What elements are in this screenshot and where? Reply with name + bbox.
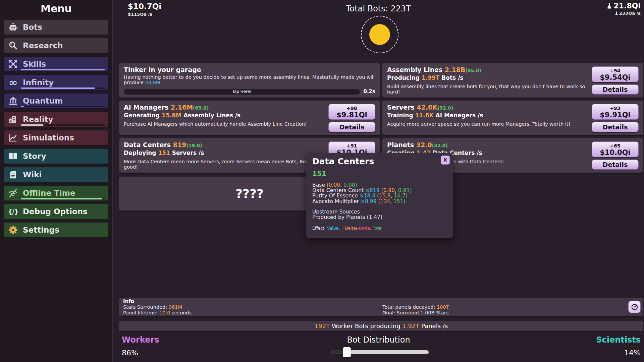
simulations-icon	[7, 132, 19, 143]
ai-managers-details-button[interactable]: Details	[328, 122, 375, 132]
card-description: Acquire more server space so you can run…	[387, 121, 588, 127]
buy-planets-button[interactable]: +65$10.0Qi	[592, 141, 639, 157]
infinity-progress-fill	[21, 87, 95, 89]
popup-legend: Effect, Value, +Delta/-Delta, Total	[312, 226, 447, 231]
sidebar-item-reality[interactable]: Reality	[3, 111, 109, 127]
sidebar-item-label: Reality	[23, 115, 53, 124]
close-icon[interactable]: X	[441, 156, 450, 165]
scientists-label: Scientists	[596, 335, 641, 345]
servers-card: Servers 42.0K(32.0) Training 11.6K AI Ma…	[382, 101, 643, 135]
effect-row: Purity Of Essence ×18.4 (15.8, 16.7)	[312, 193, 447, 198]
servers-details-button[interactable]: Details	[592, 122, 639, 132]
sun-icon	[369, 24, 390, 45]
bot-distribution-title: Bot Distribution	[113, 335, 644, 345]
workers-label: Workers	[122, 335, 159, 345]
quantum-icon	[7, 95, 19, 107]
popup-title: Data Centers	[312, 157, 447, 166]
sidebar-item-research[interactable]: Research	[3, 38, 109, 54]
gear-icon	[7, 224, 19, 236]
sidebar-item-quantum[interactable]: Quantum	[3, 93, 109, 109]
tap-here-button[interactable]: Tap Here!	[124, 89, 360, 95]
sidebar-item-offline-time[interactable]: Offline Time	[3, 185, 109, 201]
wifi-off-icon	[7, 187, 19, 199]
quantum-progress-fill	[21, 106, 24, 107]
code-braces-icon: {/}	[7, 206, 19, 217]
assembly-lines-card: Assembly Lines 2.18B(95.0) Producing 1.9…	[382, 63, 643, 98]
game-root: Menu Bots Research Skills	[0, 0, 644, 362]
tinker-produce-value: 43.6M	[145, 80, 160, 85]
panel-lifetime: Panel lifetime: 10.0 seconds	[123, 310, 639, 316]
sidebar: Menu Bots Research Skills	[0, 0, 113, 362]
tap-row: Tap Here! 0.2s	[124, 88, 375, 95]
sidebar-item-label: Quantum	[23, 97, 63, 105]
reality-icon	[7, 114, 19, 125]
sidebar-item-settings[interactable]: Settings	[3, 222, 109, 238]
infinity-progress-track	[21, 87, 105, 89]
skills-progress-track	[21, 69, 105, 70]
infinity-icon: ∞	[7, 77, 19, 88]
sidebar-nav: Bots Research Skills ∞ Infinity	[0, 14, 112, 238]
reality-progress-track	[21, 124, 105, 126]
popup-effect-rows: Base (0.00, 0.00) Data Centers Count ×81…	[312, 182, 447, 204]
sidebar-item-debug-options[interactable]: {/} Debug Options	[3, 203, 109, 220]
effect-row: Base (0.00, 0.00)	[312, 182, 447, 188]
gauge-icon	[631, 303, 639, 311]
gauge-button[interactable]	[628, 301, 641, 313]
sidebar-item-label: Debug Options	[23, 207, 88, 216]
tinker-card: Tinker in your garage Having nothing bet…	[119, 63, 380, 98]
effect-row: Data Centers Count ×819 (0.90, 0.91)	[312, 188, 447, 193]
sidebar-item-skills[interactable]: Skills	[3, 56, 109, 72]
sidebar-item-label: Bots	[23, 23, 42, 32]
sidebar-item-infinity[interactable]: ∞ Infinity	[3, 74, 109, 90]
buy-ai-managers-button[interactable]: +98$9.81Qi	[328, 104, 375, 120]
sidebar-item-bots[interactable]: Bots	[3, 19, 109, 35]
assembly-lines-details-button[interactable]: Details	[592, 84, 639, 95]
card-description: More Data Centers mean more Servers, mor…	[124, 159, 325, 170]
popup-upstream: Upstream Sources Produced by Planets (1.…	[312, 209, 447, 220]
sidebar-item-label: Offline Time	[23, 189, 75, 197]
stars-surrounded: Stars Surrounded: 961M	[123, 304, 639, 310]
planets-details-button[interactable]: Details	[592, 160, 639, 170]
ai-managers-card: AI Managers 2.16M(65.0) Generating 15.6M…	[119, 101, 380, 135]
research-icon	[7, 40, 19, 51]
flask-icon	[606, 3, 612, 9]
upstream-line: Produced by Planets (1.47)	[312, 215, 447, 220]
sun-clicker[interactable]	[361, 16, 398, 53]
skills-progress-fill	[21, 69, 105, 70]
flask-small-icon	[615, 11, 618, 15]
slider-thumb[interactable]	[343, 347, 351, 357]
skills-icon	[7, 58, 19, 70]
offline-progress-fill	[21, 198, 102, 199]
sidebar-item-simulations[interactable]: Simulations	[3, 130, 109, 146]
goal-line: Goal: Surround 1.00B Stars	[382, 310, 449, 316]
sidebar-item-label: Skills	[23, 60, 46, 68]
tinker-description: Having nothing better to do you decide t…	[124, 74, 375, 85]
science-rate: 233Qa /s	[619, 11, 641, 16]
tap-timer: 0.2s	[363, 88, 375, 95]
card-description: Build assembly lines that create bots fo…	[387, 84, 588, 95]
buy-servers-button[interactable]: +93$9.91Qi	[592, 104, 639, 120]
data-centers-detail-popup: Data Centers X 151 Base (0.00, 0.00) Dat…	[306, 153, 453, 238]
quantum-progress-track	[21, 106, 105, 107]
info-right-column: Total panels decayed: 180T Goal: Surroun…	[382, 304, 449, 316]
upstream-title: Upstream Sources	[312, 209, 447, 215]
worker-production-banner: 192T Worker Bots producing 1.92T Panels …	[119, 321, 643, 331]
robot-icon	[7, 21, 19, 33]
buy-assembly-lines-button[interactable]: +94$9.54Qi	[592, 66, 639, 82]
sidebar-item-label: Research	[23, 41, 63, 50]
menu-title: Menu	[0, 0, 112, 14]
sidebar-item-label: Wiki	[23, 170, 42, 179]
science-display: 21.8Qi 233Qa /s	[606, 2, 641, 16]
tinker-title: Tinker in your garage	[124, 66, 375, 73]
info-panel: Info Stars Surrounded: 961M Panel lifeti…	[119, 298, 643, 316]
sidebar-item-story[interactable]: Story	[3, 148, 109, 164]
bot-distribution-slider[interactable]	[331, 350, 429, 354]
offline-progress-track	[21, 198, 105, 199]
info-heading: Info	[123, 298, 639, 304]
panels-decayed: Total panels decayed: 180T	[382, 304, 449, 310]
sidebar-item-wiki[interactable]: Wiki	[3, 167, 109, 183]
wiki-icon	[7, 169, 19, 180]
story-icon	[7, 150, 19, 162]
scientists-percentage: 14%	[624, 349, 641, 357]
mystery-label: ????	[235, 187, 264, 200]
